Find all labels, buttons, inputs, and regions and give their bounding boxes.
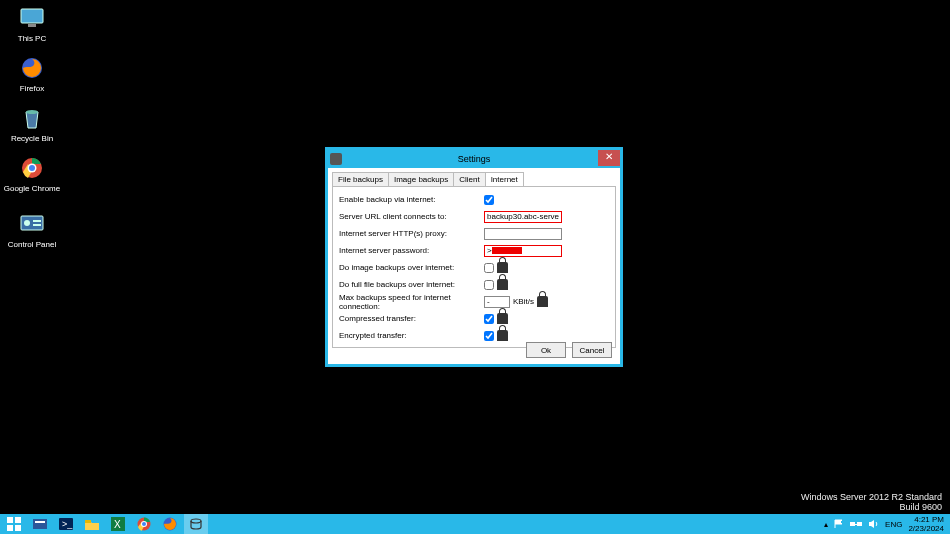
checkbox-enable-internet[interactable] bbox=[484, 195, 494, 205]
tray-flag-icon[interactable] bbox=[834, 519, 844, 529]
unit-max-speed: KBit/s bbox=[513, 297, 534, 306]
svg-rect-12 bbox=[15, 517, 21, 523]
label-image-over-net: Do image backups over internet: bbox=[339, 263, 484, 272]
lock-icon bbox=[497, 330, 508, 341]
control-panel-icon bbox=[18, 210, 46, 238]
desktop-icon-label: This PC bbox=[2, 34, 62, 43]
tab-strip: File backups Image backups Client Intern… bbox=[332, 172, 616, 186]
input-http-proxy[interactable] bbox=[484, 228, 562, 240]
svg-rect-29 bbox=[854, 524, 858, 525]
desktop-icon-label: Firefox bbox=[2, 84, 62, 93]
firefox-icon bbox=[18, 54, 46, 82]
taskbar-powershell[interactable]: >_ bbox=[54, 514, 78, 534]
checkbox-image-over-net[interactable] bbox=[484, 263, 494, 273]
svg-rect-9 bbox=[33, 220, 41, 222]
tray-language[interactable]: ENG bbox=[885, 520, 902, 529]
label-encrypted: Encrypted transfer: bbox=[339, 331, 484, 340]
start-button[interactable] bbox=[2, 514, 26, 534]
desktop-icon-label: Google Chrome bbox=[2, 184, 62, 193]
lock-icon bbox=[497, 262, 508, 273]
tray-date: 2/23/2024 bbox=[908, 524, 944, 533]
desktop-icon-firefox[interactable]: Firefox bbox=[2, 54, 62, 93]
watermark-line1: Windows Server 2012 R2 Standard bbox=[801, 492, 942, 502]
svg-rect-1 bbox=[28, 24, 36, 27]
tab-image-backups[interactable]: Image backups bbox=[388, 172, 454, 186]
desktop-icon-label: Control Panel bbox=[2, 240, 62, 249]
tray-time: 4:21 PM bbox=[908, 515, 944, 524]
label-compressed: Compressed transfer: bbox=[339, 314, 484, 323]
settings-dialog: Settings ✕ File backups Image backups Cl… bbox=[325, 147, 623, 367]
chrome-icon bbox=[18, 154, 46, 182]
svg-point-6 bbox=[29, 165, 35, 171]
label-http-proxy: Internet server HTTP(s) proxy: bbox=[339, 229, 484, 238]
desktop-icon-chrome[interactable]: Google Chrome bbox=[2, 154, 62, 193]
watermark: Windows Server 2012 R2 Standard Build 96… bbox=[801, 492, 942, 512]
taskbar-chrome[interactable] bbox=[132, 514, 156, 534]
lock-icon bbox=[497, 313, 508, 324]
lock-icon bbox=[537, 296, 548, 307]
taskbar: >_ X ▴ ENG 4:21 PM 2/23/2024 bbox=[0, 514, 950, 534]
tray-network-icon[interactable] bbox=[850, 519, 862, 529]
svg-rect-11 bbox=[7, 517, 13, 523]
taskbar-excel[interactable]: X bbox=[106, 514, 130, 534]
svg-point-3 bbox=[26, 110, 38, 114]
svg-rect-14 bbox=[15, 525, 21, 531]
tab-client[interactable]: Client bbox=[453, 172, 485, 186]
svg-point-24 bbox=[142, 522, 146, 526]
watermark-line2: Build 9600 bbox=[801, 502, 942, 512]
taskbar-firefox[interactable] bbox=[158, 514, 182, 534]
svg-text:>_: >_ bbox=[62, 519, 73, 529]
titlebar[interactable]: Settings ✕ bbox=[328, 150, 620, 168]
tab-file-backups[interactable]: File backups bbox=[332, 172, 389, 186]
desktop-icon-this-pc[interactable]: This PC bbox=[2, 4, 62, 43]
label-password: Internet server password: bbox=[339, 246, 484, 255]
desktop-icon-recycle-bin[interactable]: Recycle Bin bbox=[2, 104, 62, 143]
ok-button[interactable]: Ok bbox=[526, 342, 566, 358]
input-max-speed[interactable] bbox=[484, 296, 510, 308]
label-enable-internet: Enable backup via internet: bbox=[339, 195, 484, 204]
tray-volume-icon[interactable] bbox=[868, 519, 879, 529]
dialog-button-row: Ok Cancel bbox=[526, 342, 612, 358]
svg-rect-10 bbox=[33, 224, 41, 226]
input-server-url[interactable] bbox=[484, 211, 562, 223]
svg-rect-19 bbox=[85, 520, 91, 523]
checkbox-compressed[interactable] bbox=[484, 314, 494, 324]
cancel-button[interactable]: Cancel bbox=[572, 342, 612, 358]
dialog-title: Settings bbox=[328, 154, 620, 164]
svg-point-26 bbox=[191, 519, 201, 523]
label-server-url: Server URL client connects to: bbox=[339, 212, 484, 221]
desktop-icon-label: Recycle Bin bbox=[2, 134, 62, 143]
recycle-bin-icon bbox=[18, 104, 46, 132]
desktop-icon-control-panel[interactable]: Control Panel bbox=[2, 210, 62, 249]
checkbox-full-over-net[interactable] bbox=[484, 280, 494, 290]
tray-clock[interactable]: 4:21 PM 2/23/2024 bbox=[908, 515, 944, 533]
taskbar-server-manager[interactable] bbox=[28, 514, 52, 534]
svg-rect-15 bbox=[33, 519, 47, 529]
lock-icon bbox=[497, 279, 508, 290]
svg-text:X: X bbox=[114, 519, 121, 530]
tab-panel-internet: Enable backup via internet: Server URL c… bbox=[332, 186, 616, 348]
monitor-icon bbox=[18, 4, 46, 32]
tab-internet[interactable]: Internet bbox=[485, 172, 524, 186]
label-max-speed: Max backups speed for internet connectio… bbox=[339, 293, 484, 311]
close-button[interactable]: ✕ bbox=[598, 150, 620, 166]
tray-show-hidden-icon[interactable]: ▴ bbox=[824, 520, 828, 529]
taskbar-explorer[interactable] bbox=[80, 514, 104, 534]
checkbox-encrypted[interactable] bbox=[484, 331, 494, 341]
taskbar-urbackup[interactable] bbox=[184, 514, 208, 534]
input-password[interactable]: > bbox=[484, 245, 562, 257]
svg-point-8 bbox=[24, 220, 30, 226]
svg-rect-0 bbox=[21, 9, 43, 23]
label-full-over-net: Do full file backups over internet: bbox=[339, 280, 484, 289]
svg-rect-16 bbox=[35, 521, 45, 523]
svg-rect-13 bbox=[7, 525, 13, 531]
